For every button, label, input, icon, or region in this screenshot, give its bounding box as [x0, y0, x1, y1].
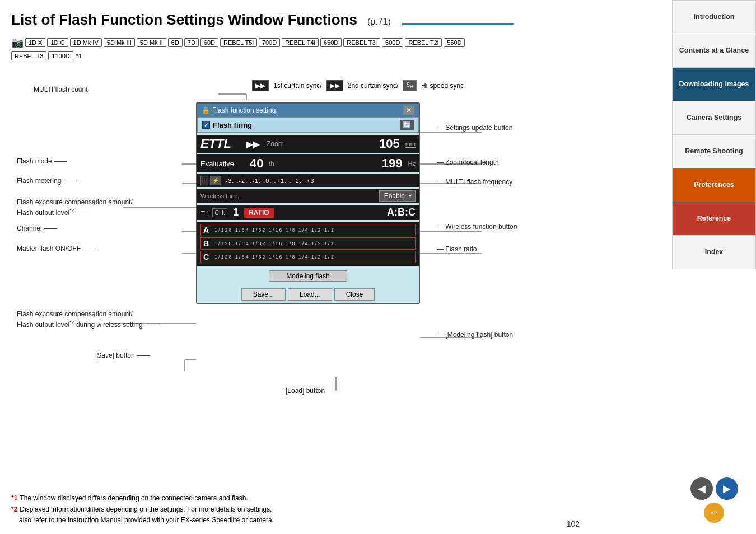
model-1dx: 1D X	[25, 38, 45, 47]
zoom-unit: mm	[405, 140, 416, 148]
channel-label: Channel ——	[17, 224, 57, 232]
zoom-arrows-icon: ▶▶	[246, 139, 260, 149]
footnote1: *1	[76, 53, 82, 59]
model-650d: 650D	[320, 38, 342, 47]
window-close-button[interactable]: ✕	[403, 106, 414, 115]
zoom-focal-label: — Zoom/focal length	[437, 158, 499, 166]
sidebar-item-preferences[interactable]: Preferences	[672, 168, 756, 202]
ettl-zoom-row: ETTL ▶▶ Zoom 105 mm	[197, 135, 419, 153]
wireless-fn-btn-label: — Wireless function button	[437, 223, 517, 231]
ratio-box: RATIO	[244, 208, 273, 218]
zoom-value: 105	[379, 137, 400, 151]
model-rebelt2i: REBEL T2i	[405, 38, 442, 47]
nav-right-button[interactable]: ▶	[716, 477, 738, 500]
abc-row-a: A 1/128 1/64 1/32 1/16 1/8 1/4 1/2 1/1	[200, 224, 416, 236]
evaluative-row: Evaluative 40 th 199 Hz	[197, 154, 419, 172]
model-rebelt4i: REBEL T4i	[282, 38, 319, 47]
sidebar-item-remote-label: Remote Shooting	[685, 147, 743, 156]
bottom-notes: *1 The window displayed differs dependin…	[11, 493, 274, 526]
flash-metering-label: Flash metering ——	[17, 177, 77, 185]
flash-firing-row: ✓ Flash firing 🔄	[197, 117, 419, 133]
sidebar-item-index-label: Index	[705, 247, 724, 256]
ettl-text: ETTL	[200, 137, 240, 151]
master-flash-label: Master flash ON/OFF ——	[17, 245, 96, 252]
save-button[interactable]: Save...	[241, 288, 286, 301]
sidebar-item-downloading[interactable]: Downloading Images	[672, 67, 756, 101]
load-btn-label: [Load] button	[286, 387, 325, 395]
model-rebelt3: REBEL T3	[11, 51, 46, 60]
sidebar-item-introduction[interactable]: Introduction	[672, 0, 756, 34]
close-button[interactable]: Close	[334, 288, 375, 301]
flash-firing-text: Flash firing	[213, 121, 252, 129]
sync-1st-label: 1st curtain sync/	[273, 82, 322, 90]
settings-update-button[interactable]: 🔄	[400, 120, 414, 130]
abc-c-letter: C	[201, 252, 212, 261]
model-550d: 550D	[444, 38, 465, 47]
channel-number: 1	[233, 207, 239, 218]
modeling-btn-label: — [Modeling flash] button	[437, 331, 513, 339]
sidebar-item-downloading-label: Downloading Images	[679, 79, 749, 88]
window-title-bar: 🔒 Flash function setting: ✕	[197, 104, 419, 117]
nav-home-icon: ↩	[711, 508, 717, 517]
sync-2nd-icon: ▶▶	[326, 80, 343, 91]
window-title-icon: 🔒 Flash function setting:	[202, 106, 278, 114]
zoom-label: Zoom	[267, 140, 284, 148]
flash-ratio-label: — Flash ratio	[437, 245, 477, 253]
model-5dmkiii: 5D Mk III	[104, 38, 135, 47]
exp-comp-row: ± ⚡ -3. .-2. .-1. .0. .+1. .+2. .+3	[197, 174, 419, 187]
model-60d: 60D	[200, 38, 218, 47]
title-decoration	[402, 23, 514, 25]
camera-icon: 📷	[11, 36, 24, 49]
master-flash-row: ≡↑ CH. 1 RATIO A:B:C	[197, 205, 419, 220]
note1-text: The window displayed differs depending o…	[20, 493, 248, 504]
sync-hi-icon: SH	[403, 80, 417, 91]
page-number: 102	[567, 519, 580, 528]
nav-home-button[interactable]: ↩	[704, 503, 724, 523]
sync-2nd-label: 2nd curtain sync/	[348, 82, 399, 90]
model-rebelt3i: REBEL T3i	[343, 38, 380, 47]
nav-arrows-row: ◀ ▶	[690, 477, 738, 500]
sidebar-item-camera-label: Camera Settings	[687, 113, 742, 122]
sidebar-item-remote[interactable]: Remote Shooting	[672, 134, 756, 168]
model-6d: 6D	[168, 38, 183, 47]
flash-exp-comp-label: Flash exposure compensation amount/Flash…	[17, 198, 133, 218]
action-buttons-row: Save... Load... Close	[197, 286, 419, 303]
evaluative-text: Evaluative	[200, 160, 240, 168]
exp-icon-1: ±	[200, 176, 208, 185]
enable-dropdown[interactable]: Enable ▼	[379, 190, 416, 202]
window-title-text: Flash function setting:	[212, 106, 278, 114]
abc-row-c: C 1/128 1/64 1/32 1/16 1/8 1/4 1/2 1/1	[200, 251, 416, 263]
nav-right-arrow-icon: ▶	[723, 483, 731, 495]
exp-scale: -3. .-2. .-1. .0. .+1. .+2. .+3	[226, 177, 315, 184]
channel-label: CH.	[212, 208, 227, 217]
enable-label: Enable	[384, 192, 405, 200]
abc-c-scale: 1/128 1/64 1/32 1/16 1/8 1/4 1/2 1/1	[212, 254, 415, 260]
sidebar-item-index[interactable]: Index	[672, 235, 756, 269]
abc-b-scale: 1/128 1/64 1/32 1/16 1/8 1/4 1/2 1/1	[212, 241, 415, 246]
sidebar-item-contents[interactable]: Contents at a Glance	[672, 34, 756, 67]
note2-marker: *2	[11, 504, 17, 515]
diagram-area: MULTI flash count —— ▶▶ 1st curtain sync…	[11, 66, 655, 413]
flash-firing-checkbox[interactable]: ✓	[202, 121, 210, 129]
load-button[interactable]: Load...	[288, 288, 332, 301]
wireless-row: Wireless func. Enable ▼	[197, 189, 419, 203]
flash-mode-label: Flash mode ——	[17, 157, 67, 165]
sync-row: ▶▶ 1st curtain sync/ ▶▶ 2nd curtain sync…	[252, 80, 464, 91]
abc-a-letter: A	[201, 226, 212, 235]
flash-window: 🔒 Flash function setting: ✕ ✓ Flash firi…	[196, 102, 420, 304]
sidebar-item-camera[interactable]: Camera Settings	[672, 101, 756, 134]
nav-area: ◀ ▶ ↩	[672, 269, 756, 534]
save-btn-label: [Save] button ——	[95, 352, 150, 359]
note2-text: Displayed information differs depending …	[20, 504, 272, 515]
model-1dc: 1D C	[47, 38, 68, 47]
flash-exp-wireless-label: Flash exposure compensation amount/Flash…	[17, 310, 158, 330]
model-5dmkii: 5D Mk II	[137, 38, 166, 47]
modeling-flash-button[interactable]: Modeling flash	[269, 270, 347, 282]
abc-a-scale: 1/128 1/64 1/32 1/16 1/8 1/4 1/2 1/1	[212, 227, 415, 233]
nav-left-button[interactable]: ◀	[690, 477, 713, 500]
exp-icon-2: ⚡	[210, 176, 221, 185]
note-line-3: also refer to the Instruction Manual pro…	[11, 515, 274, 526]
multi-flash-count-label: MULTI flash count ——	[34, 86, 103, 93]
sidebar-item-reference[interactable]: Reference	[672, 202, 756, 235]
note1-marker: *1	[11, 493, 17, 504]
